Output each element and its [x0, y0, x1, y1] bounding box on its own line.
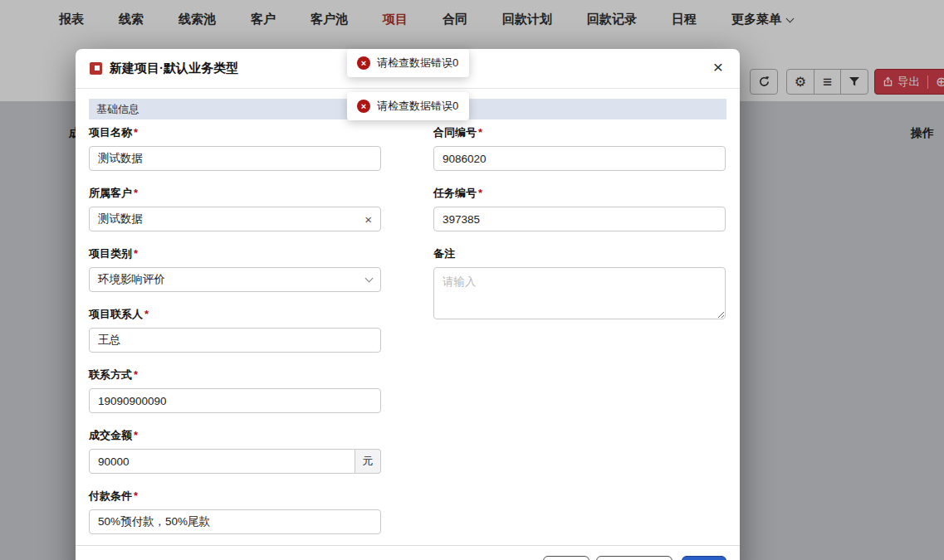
- new-project-modal: 新建项目·默认业务类型 × 基础信息 项目名称* 所属客户*: [76, 49, 740, 560]
- required-marker: *: [134, 187, 138, 199]
- footer-secondary-button-1[interactable]: [543, 556, 589, 560]
- contact-phone-input[interactable]: [89, 388, 381, 413]
- deal-amount-label: 成交金额: [89, 429, 132, 441]
- project-name-input[interactable]: [89, 146, 381, 171]
- toast-message: 请检查数据错误0: [377, 99, 458, 114]
- currency-suffix: 元: [355, 449, 381, 474]
- customer-label: 所属客户: [89, 187, 132, 199]
- customer-input[interactable]: 测试数据 ×: [89, 207, 381, 231]
- task-number-label: 任务编号: [433, 187, 477, 199]
- project-contact-label: 项目联系人: [89, 308, 143, 320]
- modal-footer: [76, 545, 740, 560]
- field-project-contact: 项目联系人*: [89, 307, 381, 353]
- field-contract-number: 合同编号*: [433, 125, 726, 171]
- project-icon: [90, 62, 102, 75]
- footer-primary-button[interactable]: [682, 556, 726, 560]
- modal-body: 基础信息 项目名称* 所属客户* 测试数据 ×: [76, 89, 740, 549]
- field-payment-terms: 付款条件*: [89, 489, 381, 534]
- required-marker: *: [134, 489, 138, 502]
- field-project-name: 项目名称*: [89, 125, 381, 171]
- project-category-label: 项目类别: [89, 247, 132, 260]
- error-toast: × 请检查数据错误0: [347, 92, 469, 120]
- form-left-column: 项目名称* 所属客户* 测试数据 × 项目类别*: [89, 125, 381, 549]
- close-icon: ×: [713, 57, 723, 76]
- remarks-textarea[interactable]: [433, 267, 726, 319]
- deal-amount-input[interactable]: [89, 449, 355, 474]
- required-marker: *: [478, 187, 482, 199]
- required-marker: *: [478, 126, 482, 139]
- required-marker: *: [134, 247, 138, 260]
- task-number-input[interactable]: [433, 207, 726, 231]
- contact-phone-label: 联系方式: [89, 368, 132, 381]
- form-right-column: 合同编号* 任务编号* 备注: [433, 125, 726, 549]
- payment-terms-input[interactable]: [89, 509, 381, 534]
- field-remarks: 备注: [433, 246, 726, 319]
- required-marker: *: [134, 429, 138, 441]
- contract-number-label: 合同编号: [433, 126, 477, 139]
- error-icon: ×: [357, 100, 370, 113]
- customer-value: 测试数据: [98, 212, 143, 226]
- project-category-select[interactable]: 环境影响评价: [89, 267, 381, 292]
- project-name-label: 项目名称: [89, 126, 132, 139]
- modal-close-button[interactable]: ×: [713, 58, 723, 75]
- chevron-down-icon: [365, 274, 374, 282]
- required-marker: *: [134, 126, 138, 139]
- required-marker: *: [134, 368, 138, 381]
- remarks-label: 备注: [433, 247, 455, 260]
- clear-icon[interactable]: ×: [364, 213, 372, 226]
- field-project-category: 项目类别* 环境影响评价: [89, 246, 381, 292]
- toast-message: 请检查数据错误0: [377, 56, 458, 71]
- required-marker: *: [144, 308, 149, 320]
- error-icon: ×: [357, 56, 370, 70]
- contract-number-input[interactable]: [433, 146, 726, 171]
- footer-secondary-button-2[interactable]: [596, 556, 673, 560]
- project-category-value: 环境影响评价: [98, 272, 165, 287]
- field-customer: 所属客户* 测试数据 ×: [89, 186, 381, 231]
- field-contact-phone: 联系方式*: [89, 368, 381, 413]
- error-toast: × 请检查数据错误0: [347, 49, 469, 77]
- project-contact-input[interactable]: [89, 328, 381, 353]
- modal-title: 新建项目·默认业务类型: [110, 61, 238, 76]
- field-deal-amount: 成交金额* 元: [89, 428, 381, 474]
- payment-terms-label: 付款条件: [89, 489, 132, 502]
- field-task-number: 任务编号*: [433, 186, 726, 231]
